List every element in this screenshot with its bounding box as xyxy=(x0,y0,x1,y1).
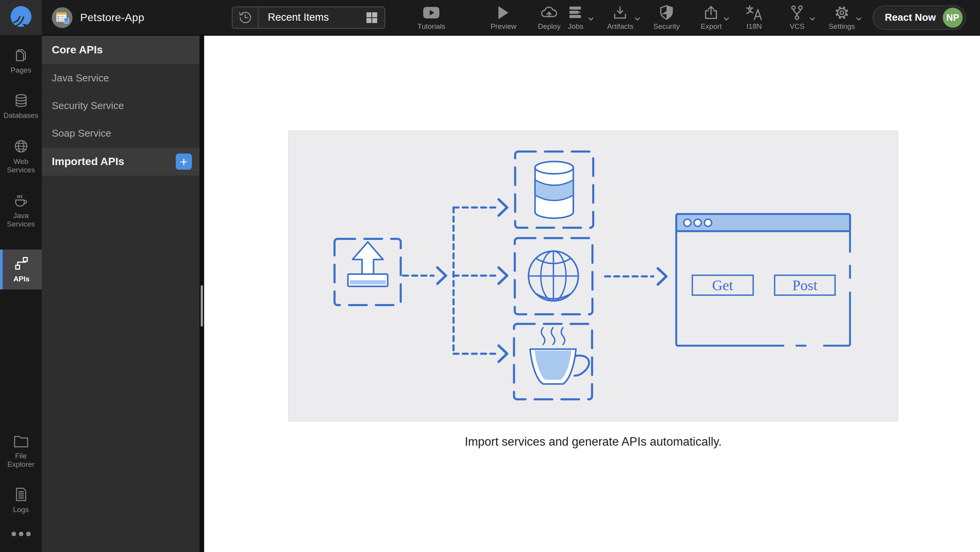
wave-logo-icon xyxy=(10,5,33,30)
jobs-icon xyxy=(568,4,583,21)
sidebar-item-label: Logs xyxy=(13,506,29,514)
apis-panel: Core APIs Java Service Security Service … xyxy=(42,36,200,552)
browser-window: Get Post xyxy=(676,214,850,345)
artifacts-download-icon xyxy=(612,4,628,21)
core-apis-header: Core APIs xyxy=(42,36,200,64)
jobs-label: Jobs xyxy=(568,22,583,31)
pages-icon xyxy=(14,48,28,64)
diagram-caption: Import services and generate APIs automa… xyxy=(288,435,898,449)
globe-icon xyxy=(14,139,28,155)
export-label: Export xyxy=(701,22,722,31)
preview-button[interactable]: Preview xyxy=(490,4,516,31)
import-flow-illustration: Get Post xyxy=(289,131,898,421)
chevron-down-icon xyxy=(634,16,640,23)
project-info[interactable]: Petstore-App xyxy=(52,7,144,28)
jobs-menu[interactable]: Jobs xyxy=(564,4,587,31)
cloud-upload-icon xyxy=(540,4,558,21)
globe-icon xyxy=(528,251,578,301)
sidebar-item-file-explorer[interactable]: File Explorer xyxy=(0,430,42,474)
more-options-button[interactable] xyxy=(0,527,42,540)
database-icon xyxy=(535,162,573,218)
api-flow-icon xyxy=(14,256,29,273)
security-label: Security xyxy=(653,22,680,31)
sidebar-item-label: Databases xyxy=(3,111,38,120)
i18n-label: I18N xyxy=(746,22,762,31)
react-now-button[interactable]: React Now NP xyxy=(873,5,966,30)
app-window: Petstore-App Recent Items xyxy=(0,0,980,552)
coffee-cup-icon xyxy=(13,193,29,209)
shield-icon xyxy=(660,4,673,21)
translate-icon xyxy=(746,4,762,21)
chevron-down-icon xyxy=(809,16,815,23)
panel-item-java-service[interactable]: Java Service xyxy=(42,64,200,92)
react-now-label: React Now xyxy=(885,12,936,23)
import-diagram: Get Post xyxy=(288,131,898,421)
play-icon xyxy=(498,4,509,21)
recent-items-label: Recent Items xyxy=(268,12,365,23)
artifacts-menu[interactable]: Artifacts xyxy=(607,4,634,31)
chevron-down-icon xyxy=(588,16,594,23)
imported-apis-title: Imported APIs xyxy=(52,155,176,168)
sidebar-item-databases[interactable]: Databases xyxy=(0,89,42,125)
project-name: Petstore-App xyxy=(80,12,144,24)
get-button-label: Get xyxy=(712,277,733,293)
deploy-label: Deploy xyxy=(538,22,561,31)
imported-apis-header: Imported APIs + xyxy=(42,147,200,176)
vcs-menu[interactable]: VCS xyxy=(785,4,808,31)
sidebar-item-label: APIs xyxy=(13,275,30,283)
i18n-menu[interactable]: I18N xyxy=(742,4,766,31)
database-icon xyxy=(14,94,28,109)
sidebar-item-label: Pages xyxy=(11,66,31,74)
ellipsis-icon xyxy=(10,531,32,537)
chevron-down-icon xyxy=(856,16,862,23)
core-apis-title: Core APIs xyxy=(52,44,192,56)
recent-items-dropdown[interactable]: Recent Items xyxy=(232,7,385,29)
project-avatar xyxy=(52,7,73,28)
panel-item-security-service[interactable]: Security Service xyxy=(42,92,200,120)
export-icon xyxy=(703,4,719,21)
sidebar-item-label: Web Services xyxy=(2,157,40,174)
vcs-label: VCS xyxy=(790,22,805,31)
grid-icon xyxy=(365,11,378,24)
artifacts-label: Artifacts xyxy=(607,22,634,31)
sidebar-item-web-services[interactable]: Web Services xyxy=(0,134,42,179)
gear-icon xyxy=(834,4,850,21)
tutorials-label: Tutorials xyxy=(417,22,445,31)
sidebar-item-label: Java Services xyxy=(2,212,40,228)
settings-label: Settings xyxy=(828,22,855,31)
youtube-icon xyxy=(423,4,440,21)
panel-item-soap-service[interactable]: Soap Service xyxy=(42,120,200,147)
top-bar: Petstore-App Recent Items xyxy=(0,0,980,36)
main-content: Get Post Import services and generate AP… xyxy=(204,36,980,552)
panel-scrollbar-thumb[interactable] xyxy=(201,285,203,327)
sidebar-item-java-services[interactable]: Java Services xyxy=(0,188,42,233)
tutorials-button[interactable]: Tutorials xyxy=(417,4,445,31)
sidebar-item-apis[interactable]: APIs xyxy=(0,250,42,289)
folder-icon xyxy=(13,435,29,450)
upload-icon xyxy=(348,242,388,286)
sidebar-item-logs[interactable]: Logs xyxy=(0,482,42,519)
left-sidebar: Pages Databases xyxy=(0,36,42,552)
panel-divider xyxy=(200,36,204,552)
sidebar-item-label: File Explorer xyxy=(2,452,40,469)
git-branch-icon xyxy=(790,4,804,21)
user-avatar[interactable]: NP xyxy=(943,8,963,28)
history-icon xyxy=(233,7,259,28)
add-api-button[interactable]: + xyxy=(176,154,192,170)
log-file-icon xyxy=(15,487,28,503)
coffee-cup-icon xyxy=(530,328,589,384)
deploy-button[interactable]: Deploy xyxy=(538,4,561,31)
app-window-icon xyxy=(54,10,70,25)
export-menu[interactable]: Export xyxy=(700,4,723,31)
settings-menu[interactable]: Settings xyxy=(828,4,855,31)
window-controls xyxy=(684,219,712,226)
brand-logo[interactable] xyxy=(0,0,42,35)
sidebar-item-pages[interactable]: Pages xyxy=(0,43,42,79)
arrowheads xyxy=(437,200,666,362)
preview-label: Preview xyxy=(490,22,516,31)
security-menu[interactable]: Security xyxy=(653,4,680,31)
post-button-label: Post xyxy=(792,277,818,293)
chevron-down-icon xyxy=(723,16,729,23)
